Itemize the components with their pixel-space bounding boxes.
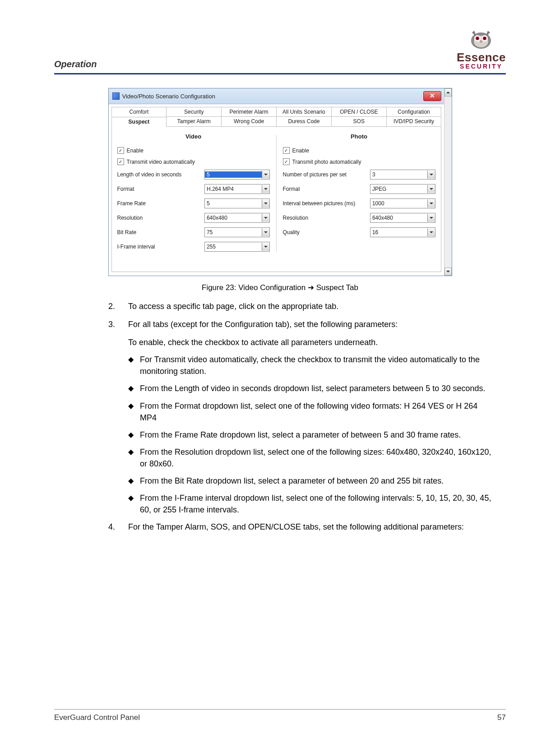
photo-transmit-checkbox[interactable] — [283, 158, 290, 165]
bullet-text: For Transmit video automatically, check … — [140, 354, 492, 377]
video-dropdown-value: 5 — [205, 171, 262, 178]
chevron-down-icon[interactable] — [427, 214, 435, 222]
photo-field-label: Quality — [283, 229, 366, 235]
video-dropdown[interactable]: H.264 MP4 — [204, 184, 270, 194]
diamond-bullet-icon: ◆ — [128, 429, 134, 441]
list-number: 4. — [108, 521, 120, 533]
video-dropdown-value: 75 — [205, 229, 262, 235]
photo-dropdown-value: JPEG — [370, 186, 427, 192]
bullet-text: From the Resolution dropdown list, selec… — [140, 446, 492, 470]
tab-configuration[interactable]: Configuration — [386, 107, 442, 116]
video-dropdown-value: 255 — [205, 244, 262, 250]
chevron-down-icon[interactable] — [262, 199, 269, 208]
diamond-bullet-icon: ◆ — [128, 354, 134, 377]
logo-subtext: SECURITY — [457, 63, 506, 69]
photo-transmit-label: Transmit photo automatically — [292, 159, 361, 165]
video-transmit-checkbox[interactable] — [117, 158, 124, 165]
vertical-scrollbar[interactable] — [444, 88, 452, 276]
config-window: Video/Photo Scenario Configuration ✕ Com… — [108, 88, 452, 276]
tab-sos[interactable]: SOS — [331, 116, 387, 126]
tab-strip: ComfortSecurityPerimeter AlarmAll Units … — [109, 104, 444, 126]
video-dropdown-value: 5 — [205, 200, 262, 207]
close-button[interactable]: ✕ — [423, 91, 441, 101]
video-dropdown-value: H.264 MP4 — [205, 186, 262, 192]
section-heading: Operation — [54, 59, 97, 69]
chevron-down-icon[interactable] — [262, 171, 269, 179]
tab-open-close[interactable]: OPEN / CLOSE — [331, 107, 387, 116]
brand-logo: Essence SECURITY — [457, 27, 506, 69]
tab-perimeter-alarm[interactable]: Perimeter Alarm — [221, 107, 277, 116]
svg-point-6 — [477, 37, 478, 39]
photo-field-label: Format — [283, 186, 366, 192]
video-heading: Video — [117, 133, 270, 140]
video-field-label: I-Frame interval — [117, 244, 201, 250]
video-dropdown[interactable]: 255 — [204, 242, 270, 252]
tab-ivd-ipd-security[interactable]: IVD/IPD Security — [386, 116, 442, 126]
diamond-bullet-icon: ◆ — [128, 400, 134, 424]
photo-heading: Photo — [283, 133, 435, 140]
photo-field-label: Number of pictures per set — [283, 171, 366, 178]
photo-enable-label: Enable — [292, 148, 309, 154]
chevron-down-icon[interactable] — [262, 185, 269, 193]
video-dropdown[interactable]: 75 — [204, 227, 270, 237]
bullet-text: From the Format dropdown list, select on… — [140, 400, 492, 424]
list-number: 2. — [108, 300, 120, 312]
photo-dropdown[interactable]: JPEG — [370, 184, 435, 194]
photo-enable-checkbox[interactable] — [283, 147, 290, 154]
app-icon — [112, 92, 120, 100]
chevron-down-icon[interactable] — [262, 228, 269, 236]
video-enable-checkbox[interactable] — [117, 147, 124, 154]
column-divider — [276, 135, 277, 252]
video-field-label: Length of video in seconds — [117, 171, 201, 178]
list-text: To access a specific tab page, click on … — [128, 300, 338, 312]
chevron-down-icon[interactable] — [427, 171, 435, 179]
photo-dropdown[interactable]: 3 — [370, 170, 435, 180]
photo-dropdown-value: 3 — [370, 171, 427, 178]
video-field-label: Bit Rate — [117, 229, 201, 235]
svg-point-7 — [484, 37, 486, 39]
video-field-label: Format — [117, 186, 201, 192]
bullet-text: From the Bit Rate dropdown list, select … — [140, 475, 444, 487]
photo-dropdown[interactable]: 1000 — [370, 198, 435, 208]
photo-field-label: Resolution — [283, 215, 366, 221]
chevron-down-icon[interactable] — [427, 185, 435, 193]
tab-comfort[interactable]: Comfort — [111, 107, 167, 116]
diamond-bullet-icon: ◆ — [128, 383, 134, 394]
tab-suspect[interactable]: Suspect — [111, 117, 167, 127]
chevron-down-icon[interactable] — [427, 199, 435, 208]
video-enable-label: Enable — [127, 148, 143, 154]
photo-dropdown[interactable]: 16 — [370, 227, 435, 237]
logo-text: Essence — [457, 51, 506, 63]
tab-wrong-code[interactable]: Wrong Code — [221, 116, 277, 126]
diamond-bullet-icon: ◆ — [128, 475, 134, 487]
list-text: For the Tamper Alarm, SOS, and OPEN/CLOS… — [128, 521, 464, 533]
chevron-down-icon[interactable] — [427, 228, 435, 236]
diamond-bullet-icon: ◆ — [128, 492, 134, 516]
video-dropdown[interactable]: 5 — [204, 170, 270, 180]
list-text: For all tabs (except for the Configurati… — [128, 318, 398, 330]
video-dropdown[interactable]: 640x480 — [204, 213, 270, 223]
diamond-bullet-icon: ◆ — [128, 446, 134, 470]
photo-dropdown-value: 1000 — [370, 200, 427, 207]
list-subtext: To enable, check the checkbox to activat… — [128, 337, 492, 348]
chevron-down-icon[interactable] — [262, 214, 269, 222]
tab-duress-code[interactable]: Duress Code — [276, 116, 332, 126]
video-dropdown[interactable]: 5 — [204, 198, 270, 208]
scroll-down-button[interactable] — [444, 267, 452, 276]
photo-dropdown[interactable]: 640x480 — [370, 213, 435, 223]
owl-icon — [465, 27, 497, 50]
photo-field-label: Interval between pictures (ms) — [283, 200, 366, 207]
footer-left: EverGuard Control Panel — [54, 713, 140, 722]
chevron-down-icon[interactable] — [262, 243, 269, 251]
tab-all-units-scenario[interactable]: All Units Scenario — [276, 107, 332, 116]
video-field-label: Resolution — [117, 215, 201, 221]
scroll-track[interactable] — [444, 97, 452, 267]
bullet-text: From the Length of video in seconds drop… — [140, 383, 485, 394]
scroll-up-button[interactable] — [444, 88, 452, 97]
video-transmit-label: Transmit video automatically — [127, 159, 195, 165]
window-titlebar: Video/Photo Scenario Configuration ✕ — [109, 88, 444, 104]
tab-tamper-alarm[interactable]: Tamper Alarm — [166, 116, 222, 126]
photo-dropdown-value: 16 — [370, 229, 427, 235]
tab-security[interactable]: Security — [166, 107, 222, 116]
list-number: 3. — [108, 318, 120, 330]
